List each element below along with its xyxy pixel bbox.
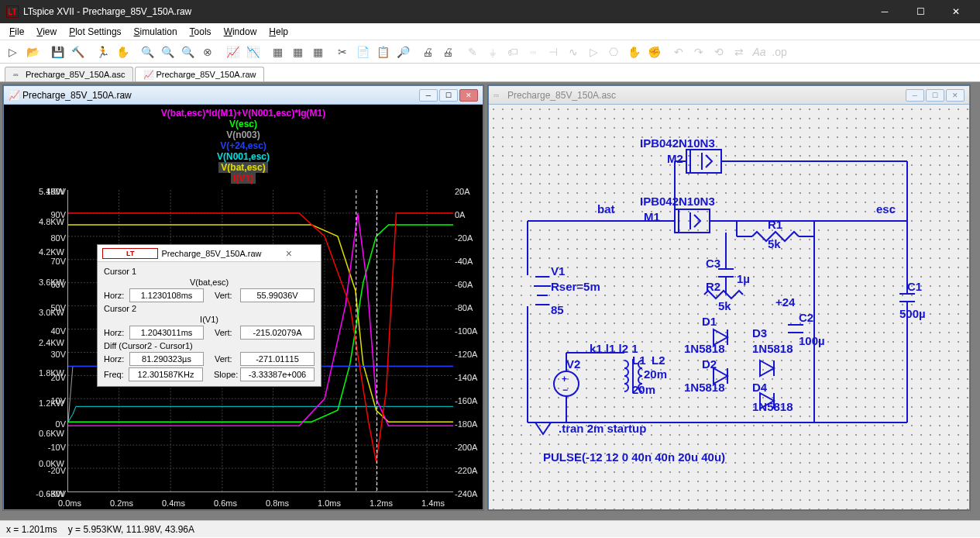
- wire-button[interactable]: ✎: [463, 43, 482, 61]
- child-minimize-button[interactable]: ─: [419, 89, 438, 102]
- app-icon: LT: [6, 5, 19, 18]
- cascade-button[interactable]: ▦: [288, 43, 307, 61]
- drag-button[interactable]: ✊: [645, 43, 663, 61]
- menu-help[interactable]: Help: [263, 25, 294, 39]
- legend-item[interactable]: V(bat,esc): [218, 162, 267, 173]
- plot-window-titlebar[interactable]: 📈 Precharge_85V_150A.raw ─ ☐ ✕: [4, 86, 483, 105]
- move-button[interactable]: ✋: [624, 43, 643, 61]
- zoom-fit-button[interactable]: ⊗: [198, 43, 217, 61]
- close-button[interactable]: ✕: [938, 0, 974, 23]
- zoom-in-button[interactable]: 🔍: [138, 43, 156, 61]
- inductor-button[interactable]: ∿: [564, 43, 583, 61]
- legend-item[interactable]: V(esc): [4, 119, 483, 129]
- x-tick: 1.0ms: [318, 498, 341, 508]
- svg-text:1N5818: 1N5818: [684, 342, 725, 355]
- child-maximize-button[interactable]: ☐: [439, 89, 458, 102]
- copy-button[interactable]: 📄: [353, 43, 372, 61]
- minimize-button[interactable]: ─: [867, 0, 903, 23]
- print-setup-button[interactable]: 🖨: [438, 43, 457, 61]
- menu-file[interactable]: File: [3, 25, 30, 39]
- menu-tools[interactable]: Tools: [184, 25, 218, 39]
- maximize-button[interactable]: ☐: [903, 0, 938, 23]
- svg-text:PULSE(-12 12 0 40n 40n 20u 40u: PULSE(-12 12 0 40n 40n 20u 40u): [543, 450, 725, 464]
- diff-slope-input[interactable]: [240, 367, 315, 381]
- statusbar: x = 1.201ms y = 5.953KW, 111.98V, 43.96A: [0, 520, 980, 537]
- open-button[interactable]: 📂: [23, 43, 42, 61]
- zoom-pan-button[interactable]: 🔍: [158, 43, 177, 61]
- zoom-out-button[interactable]: 🔍: [178, 43, 197, 61]
- close-all-button[interactable]: ▦: [308, 43, 327, 61]
- legend-item[interactable]: V(+24,esc): [4, 140, 483, 151]
- x-tick: 0.0ms: [58, 498, 81, 508]
- cursor-dialog[interactable]: LT Precharge_85V_150A.raw × Cursor 1 V(b…: [97, 244, 322, 387]
- diff-vert-input[interactable]: [240, 352, 315, 366]
- diode-button[interactable]: ▷: [584, 43, 603, 61]
- ground-button[interactable]: ⏚: [483, 43, 502, 61]
- child-minimize-button[interactable]: ─: [906, 89, 924, 102]
- text-button[interactable]: Aa: [750, 43, 769, 61]
- legend-item[interactable]: V(n003): [4, 129, 483, 140]
- run-button[interactable]: 🏃: [93, 43, 112, 61]
- y-tick-volt: 10V: [38, 396, 66, 405]
- menu-view[interactable]: View: [30, 25, 63, 39]
- redo-button[interactable]: ↷: [689, 43, 708, 61]
- y-tick-power: 2.4KW: [5, 338, 64, 347]
- tab-waveform[interactable]: 📈 Precharge_85V_150A.raw: [135, 67, 264, 81]
- halt-button[interactable]: ✋: [113, 43, 132, 61]
- cut-button[interactable]: ✂: [333, 43, 352, 61]
- diff-freq-input[interactable]: [129, 367, 203, 381]
- menu-plot-settings[interactable]: Plot Settings: [63, 25, 127, 39]
- legend-item[interactable]: V(N001,esc): [4, 151, 483, 162]
- menu-simulation[interactable]: Simulation: [128, 25, 184, 39]
- control-panel-button[interactable]: 🔨: [68, 43, 87, 61]
- find-button[interactable]: 🔎: [394, 43, 412, 61]
- spice-directive-button[interactable]: .op: [770, 43, 789, 61]
- new-schematic-button[interactable]: ▷: [3, 43, 22, 61]
- vert-label: Vert:: [215, 328, 237, 337]
- child-close-button[interactable]: ✕: [946, 89, 965, 102]
- diff-horz-input[interactable]: [129, 352, 204, 366]
- cursor2-label: Cursor 2: [104, 304, 315, 313]
- cursor2-vert-input[interactable]: [240, 326, 315, 340]
- add-trace-button[interactable]: 📉: [243, 43, 262, 61]
- cursor1-horz-input[interactable]: [129, 288, 204, 302]
- y-tick-volt: -30V: [38, 489, 66, 498]
- dialog-close-button[interactable]: ×: [262, 247, 316, 260]
- child-maximize-button[interactable]: ☐: [926, 89, 944, 102]
- mirror-button[interactable]: ⇄: [730, 43, 748, 61]
- svg-rect-39: [675, 209, 710, 233]
- autorange-button[interactable]: 📈: [223, 43, 242, 61]
- svg-text:5k: 5k: [718, 299, 731, 312]
- y-tick-curr: -40A: [455, 257, 481, 266]
- legend-item[interactable]: V(bat,esc)*Id(M1)+V(N001,esc)*Ig(M1): [4, 108, 483, 119]
- toolbar: ▷ 📂 💾 🔨 🏃 ✋ 🔍 🔍 🔍 ⊗ 📈 📉 ▦ ▦ ▦ ✂ 📄 📋 🔎 🖨 …: [0, 40, 980, 64]
- tile-button[interactable]: ▦: [268, 43, 287, 61]
- menu-window[interactable]: Window: [218, 25, 263, 39]
- tab-schematic[interactable]: ⎓ Precharge_85V_150A.asc: [5, 67, 133, 81]
- plot-window: 📈 Precharge_85V_150A.raw ─ ☐ ✕ V(bat,esc…: [3, 85, 483, 510]
- save-button[interactable]: 💾: [48, 43, 67, 61]
- component-button[interactable]: ⎔: [604, 43, 623, 61]
- undo-button[interactable]: ↶: [669, 43, 688, 61]
- capacitor-button[interactable]: ⊣: [544, 43, 562, 61]
- svg-text:500µ: 500µ: [899, 307, 926, 320]
- print-button[interactable]: 🖨: [418, 43, 437, 61]
- legend-item[interactable]: I(V1): [231, 173, 256, 184]
- y-tick-curr: -80A: [455, 303, 481, 312]
- schematic-window-titlebar[interactable]: ⎓ Precharge_85V_150A.asc ─ ☐ ✕: [489, 86, 969, 105]
- svg-text:R1: R1: [768, 218, 782, 231]
- y-tick-power: 4.2KW: [5, 247, 64, 257]
- child-close-button[interactable]: ✕: [459, 89, 478, 102]
- plot-canvas[interactable]: V(bat,esc)*Id(M1)+V(N001,esc)*Ig(M1) V(e…: [4, 105, 483, 509]
- cursor1-label: Cursor 1: [104, 267, 315, 276]
- schematic-canvas[interactable]: bat V1 Rser=5m 85 IPB042N10N3 M2 IPB042N…: [489, 105, 969, 509]
- cursor1-vert-input[interactable]: [240, 288, 315, 302]
- svg-text:+24: +24: [775, 295, 796, 309]
- resistor-button[interactable]: ⎓: [524, 43, 542, 61]
- label-button[interactable]: 🏷: [504, 43, 522, 61]
- window-titlebar: LT LTspice XVII - Precharge_85V_150A.raw…: [0, 0, 980, 23]
- cursor2-horz-input[interactable]: [129, 326, 204, 340]
- rotate-button[interactable]: ⟲: [710, 43, 728, 61]
- cursor-dialog-titlebar[interactable]: LT Precharge_85V_150A.raw ×: [98, 245, 321, 262]
- paste-button[interactable]: 📋: [373, 43, 392, 61]
